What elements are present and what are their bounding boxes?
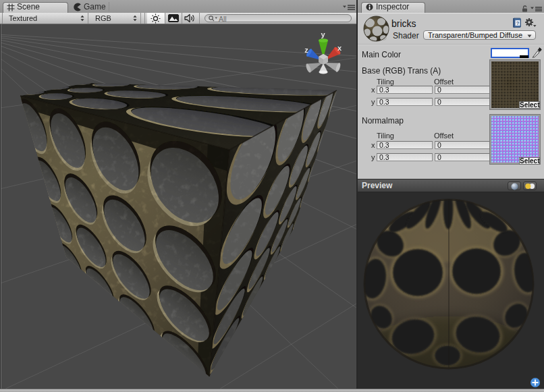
svg-text:y: y	[321, 30, 325, 38]
svg-text:x: x	[337, 44, 342, 52]
svg-text:?: ?	[516, 20, 520, 26]
svg-text:z: z	[304, 46, 308, 54]
